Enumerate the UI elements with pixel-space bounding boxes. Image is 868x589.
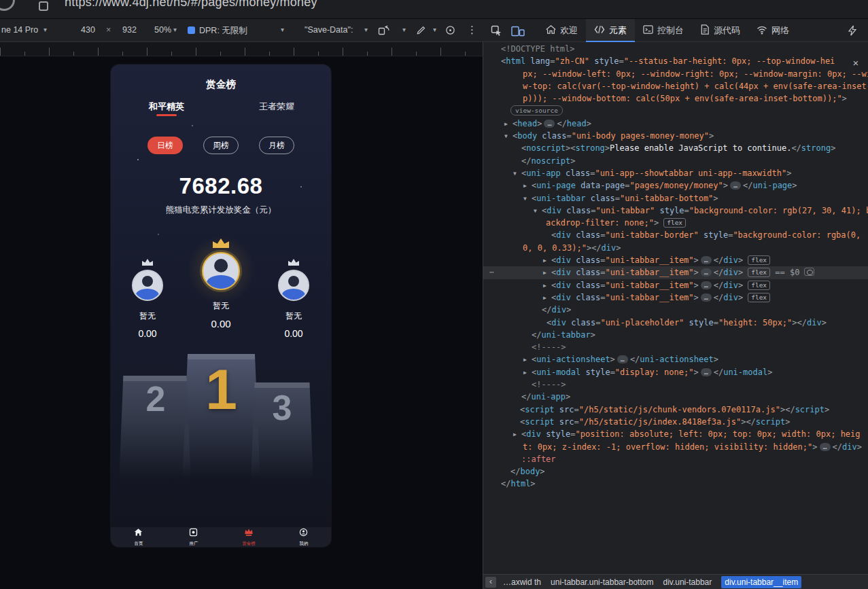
dom-tree-node[interactable]: </uni-tabbar>: [483, 329, 868, 341]
dom-tree-node[interactable]: ⋯▶<div class="uni-tabbar__item">…</div>f…: [483, 266, 868, 279]
dom-tree-node[interactable]: ▶<uni-modal style="display: none;">…</un…: [483, 366, 868, 378]
viewport-height-field[interactable]: 932: [122, 25, 137, 35]
dom-tree-node[interactable]: 0, 0, 0.33);"></div>: [483, 242, 868, 254]
rotate-viewport-icon[interactable]: [378, 24, 390, 38]
breadcrumb-item[interactable]: div.uni-tabbar__item: [721, 576, 801, 588]
tabbar-item-home[interactable]: 首页: [111, 527, 166, 547]
expand-ellipsis[interactable]: …: [701, 281, 712, 289]
dom-tree-node[interactable]: px; --window-left: 0px; --window-right: …: [483, 68, 868, 80]
dom-tree-node[interactable]: ▶<div class="uni-tabbar__item">…</div>fl…: [483, 254, 868, 266]
breadcrumb-item[interactable]: uni-tabbar.uni-tabbar-bottom: [551, 577, 653, 587]
disclosure-arrow-icon[interactable]: ▼: [534, 205, 542, 217]
tab-sources[interactable]: 源代码: [692, 19, 748, 42]
flex-badge[interactable]: flex: [748, 293, 770, 302]
expand-ellipsis[interactable]: …: [701, 293, 712, 302]
device-select[interactable]: ne 14 Pro: [1, 25, 38, 35]
disclosure-arrow-icon[interactable]: ▶: [523, 367, 532, 379]
tabbar-item-promo[interactable]: 推广: [166, 527, 221, 547]
dom-tree-node[interactable]: ▶<head>…</head>: [483, 118, 868, 130]
expand-ellipsis[interactable]: …: [730, 181, 741, 190]
game-tab-pubg[interactable]: 和平精英: [139, 101, 194, 113]
view-source-badge[interactable]: view-source: [510, 105, 563, 115]
expand-ellipsis[interactable]: …: [701, 368, 712, 376]
disclosure-arrow-icon[interactable]: ▶: [543, 267, 551, 279]
viewport-width-field[interactable]: 430: [81, 25, 95, 35]
dom-tree-node[interactable]: ▼<uni-app class="uni-app--showtabbar uni…: [483, 167, 868, 179]
period-button-weekly[interactable]: 周榜: [203, 137, 239, 154]
expand-ellipsis[interactable]: …: [820, 443, 831, 451]
chevron-down-icon[interactable]: ▾: [173, 26, 177, 33]
disclosure-arrow-icon[interactable]: ▶: [523, 354, 532, 366]
dom-tree-node[interactable]: w-top: calc(var(--top-window-height) + c…: [483, 80, 868, 92]
tabbar-item-profile[interactable]: 我的: [276, 527, 331, 547]
flex-badge[interactable]: flex: [748, 255, 770, 265]
flex-badge[interactable]: flex: [748, 268, 770, 277]
disclosure-arrow-icon[interactable]: ▶: [543, 255, 551, 267]
chevron-down-icon[interactable]: ▾: [402, 26, 406, 33]
dom-tree-node[interactable]: </div>: [483, 304, 868, 316]
expand-ellipsis[interactable]: …: [701, 268, 712, 276]
disclosure-arrow-icon[interactable]: ▶: [504, 118, 513, 130]
performance-lightning-icon[interactable]: [848, 25, 857, 39]
edit-pen-icon[interactable]: [416, 25, 426, 38]
tab-welcome[interactable]: 欢迎: [538, 19, 586, 42]
dom-tree-node[interactable]: <noscript><strong>Please enable JavaScri…: [483, 142, 868, 154]
dom-tree-node[interactable]: <script src="/h5/static/js/chunk-vendors…: [483, 404, 868, 416]
close-icon[interactable]: ×: [850, 57, 862, 69]
avatar[interactable]: [202, 252, 240, 290]
save-data-select[interactable]: "Save-Data":: [305, 25, 353, 35]
target-circle-icon[interactable]: [445, 25, 455, 38]
breadcrumb-item[interactable]: …axwid th: [503, 577, 541, 587]
dom-tree-node[interactable]: ▶<uni-page data-page="pages/money/money"…: [483, 179, 868, 192]
dom-tree-node[interactable]: p))); --window-bottom: calc(50px + env(s…: [483, 92, 868, 105]
tab-console[interactable]: 控制台: [635, 19, 692, 42]
dom-tree-node[interactable]: <!---->: [483, 378, 868, 391]
dom-tree-node[interactable]: <script src="/h5/static/js/index.8418ef3…: [483, 416, 868, 428]
disclosure-arrow-icon[interactable]: ▼: [513, 168, 521, 180]
expand-ellipsis[interactable]: …: [701, 256, 712, 264]
tab-network[interactable]: 网络: [748, 19, 797, 42]
flex-badge[interactable]: flex: [663, 218, 686, 228]
dom-tree-node[interactable]: </html>: [483, 478, 868, 490]
chevron-down-icon[interactable]: ▾: [364, 26, 368, 33]
dom-tree-node[interactable]: ::after: [483, 453, 868, 465]
avatar[interactable]: [278, 270, 309, 301]
breadcrumb-scroll-left-icon[interactable]: ‹: [485, 577, 496, 588]
dom-tree-node[interactable]: ▶<div style="position: absolute; left: 0…: [483, 428, 868, 440]
tabbar-item-bounty[interactable]: 赏金榜: [221, 527, 276, 547]
dom-tree-node[interactable]: ▶<div class="uni-tabbar__item">…</div>fl…: [483, 279, 868, 291]
breadcrumb-item[interactable]: div.uni-tabbar: [663, 577, 712, 587]
dom-tree-node[interactable]: <!DOCTYPE html>: [483, 43, 868, 55]
period-button-monthly[interactable]: 月榜: [259, 137, 294, 154]
dom-tree-node[interactable]: t: 0px; z-index: -1; overflow: hidden; v…: [483, 441, 868, 453]
disclosure-arrow-icon[interactable]: ▼: [504, 130, 513, 143]
zoom-select[interactable]: 50%: [154, 25, 171, 35]
dom-tree-node[interactable]: <div class="uni-tabbar-border" style="ba…: [483, 229, 868, 241]
dom-tree-node[interactable]: </body>: [483, 465, 868, 478]
period-button-daily[interactable]: 日榜: [147, 137, 183, 154]
chevron-down-icon[interactable]: ▾: [44, 26, 47, 33]
node-menu-icon[interactable]: ⋯: [489, 266, 494, 279]
dom-tree-node[interactable]: ▶<div class="uni-tabbar__item">…</div>fl…: [483, 291, 868, 304]
chevron-down-icon[interactable]: ▾: [433, 26, 436, 33]
dom-tree-node[interactable]: ackdrop-filter: none;">flex: [483, 217, 868, 229]
address-bar-url[interactable]: https://www.4dj.net/h5/#/pages/money/mon…: [65, 0, 317, 10]
dom-tree-node[interactable]: ▶<uni-actionsheet>…</uni-actionsheet>: [483, 353, 868, 365]
game-tab-hok[interactable]: 王者荣耀: [249, 101, 304, 113]
dom-tree-node[interactable]: <html lang="zh-CN" style="--status-bar-h…: [483, 55, 868, 67]
avatar[interactable]: [132, 270, 163, 301]
dom-tree-node[interactable]: </uni-app>: [483, 391, 868, 403]
throttling-select[interactable]: DPR: 无限制: [199, 25, 247, 37]
dom-tree-node[interactable]: view-source: [483, 105, 868, 117]
flex-badge[interactable]: flex: [748, 281, 770, 290]
dom-tree-node[interactable]: <!---->: [483, 341, 868, 353]
disclosure-arrow-icon[interactable]: ▶: [523, 180, 532, 192]
overflow-menu-icon[interactable]: ⋮: [467, 24, 477, 36]
dom-tree-node[interactable]: </noscript>: [483, 155, 868, 167]
adorner-icon[interactable]: [804, 268, 814, 276]
dom-tree-node[interactable]: ▼<div class="uni-tabbar" style="backgrou…: [483, 204, 868, 217]
disclosure-arrow-icon[interactable]: ▶: [543, 292, 551, 304]
disclosure-arrow-icon[interactable]: ▼: [523, 193, 532, 205]
browser-tab-icon[interactable]: [39, 1, 48, 11]
chevron-down-icon[interactable]: ▾: [281, 26, 284, 33]
